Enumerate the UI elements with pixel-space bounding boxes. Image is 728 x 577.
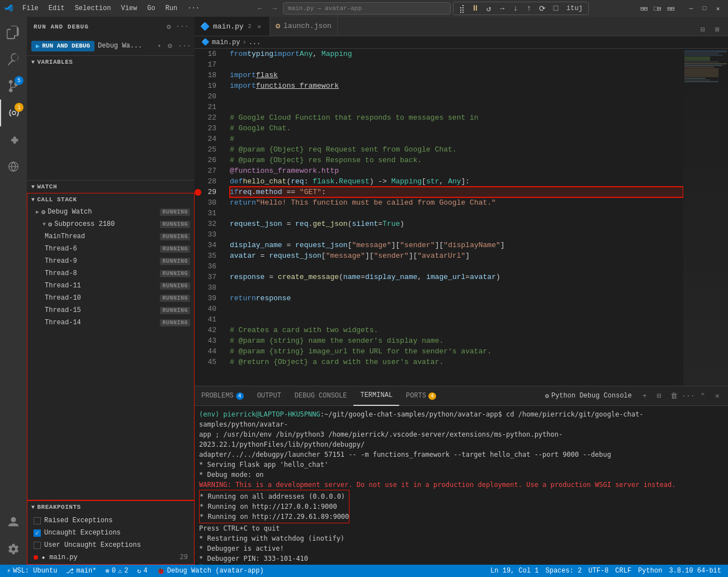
- status-eol[interactable]: CRLF: [613, 565, 634, 577]
- debug-reload-btn[interactable]: ⟳: [536, 2, 549, 15]
- debug-settings-btn[interactable]: ⚙: [164, 40, 176, 51]
- panel-trash-btn[interactable]: 🗑: [668, 390, 680, 402]
- minimize-btn[interactable]: —: [686, 3, 697, 14]
- debug-config-name[interactable]: Debug Wa...: [98, 42, 157, 50]
- status-python-version[interactable]: 3.8.10 64-bit: [666, 565, 724, 577]
- debug-pause-btn[interactable]: ⏸: [469, 2, 481, 15]
- thread-14[interactable]: Thread-14 RUNNING: [27, 316, 195, 329]
- debug-stop-btn[interactable]: □: [550, 2, 562, 15]
- line-35: 35: [195, 250, 221, 261]
- debug-step-out-btn[interactable]: ↑: [523, 2, 535, 15]
- layout-btn[interactable]: ⊟⊟: [639, 3, 650, 14]
- code-editor: 16 17 18 19 20 21 22 23 24 25 26 27 28 2…: [195, 49, 728, 386]
- panel-maximize-btn[interactable]: ⌃: [697, 390, 709, 402]
- editor-layout-btn[interactable]: ⊞: [711, 23, 724, 36]
- terminal-line-warning: WARNING: This is a development server. D…: [199, 480, 724, 490]
- breakpoints-header[interactable]: ▼ BREAKPOINTS: [27, 501, 195, 513]
- tab-main-py[interactable]: 🔷 main.py 2 ✕: [195, 17, 270, 36]
- thread-8[interactable]: Thread-8 RUNNING: [27, 267, 195, 280]
- bp-main-py[interactable]: ⬥ main.py 29: [27, 551, 195, 564]
- sidebar-gear-btn[interactable]: ⚙: [163, 21, 174, 32]
- bp-uncaught-exceptions-checkbox[interactable]: ✓: [34, 529, 41, 537]
- menu-selection[interactable]: Selection: [70, 3, 116, 13]
- close-btn[interactable]: ✕: [712, 3, 724, 14]
- menu-view[interactable]: View: [116, 3, 141, 13]
- thread-9[interactable]: Thread-9 RUNNING: [27, 255, 195, 267]
- variables-header[interactable]: ▼ VARIABLES: [27, 56, 195, 68]
- menu-run[interactable]: Run: [161, 3, 182, 13]
- activity-extensions[interactable]: [0, 126, 27, 153]
- bp-uncaught-exceptions[interactable]: ✓ Uncaught Exceptions: [27, 527, 195, 539]
- bp-user-uncaught-exceptions[interactable]: User Uncaught Exceptions: [27, 539, 195, 551]
- status-wsl[interactable]: ⚡ WSL: Ubuntu: [4, 565, 59, 577]
- back-button[interactable]: ←: [254, 2, 266, 15]
- tab-launch-json[interactable]: ⚙ launch.json: [270, 17, 338, 36]
- panel-more-btn[interactable]: ···: [682, 390, 694, 402]
- activity-debug[interactable]: 1: [0, 100, 27, 126]
- tab-main-py-close[interactable]: ✕: [255, 22, 264, 31]
- thread-10[interactable]: Thread-10 RUNNING: [27, 292, 195, 304]
- menu-more[interactable]: ···: [183, 3, 204, 13]
- activity-account[interactable]: [0, 509, 27, 536]
- tab-problems[interactable]: PROBLEMS 4: [195, 386, 250, 406]
- layout2-btn[interactable]: □⊟: [652, 3, 663, 14]
- bp-user-uncaught-checkbox[interactable]: [34, 542, 41, 549]
- debug-step-over-btn[interactable]: →: [496, 2, 508, 15]
- debug-console-label: DEBUG CONSOLE: [295, 392, 347, 400]
- breadcrumb-path[interactable]: ...: [249, 39, 261, 46]
- debug-run-button[interactable]: ▶ RUN AND DEBUG: [31, 41, 94, 51]
- debug-watch-group[interactable]: ▶ ⚙ Debug Watch RUNNING: [27, 206, 195, 218]
- code-line-40: [230, 304, 683, 314]
- layout3-btn[interactable]: ⊟⊟: [665, 3, 677, 14]
- panel-split-btn[interactable]: ⊟: [653, 390, 665, 402]
- activity-source-control[interactable]: 5: [0, 73, 27, 100]
- debug-continue-btn[interactable]: ⣾: [456, 2, 468, 15]
- activity-remote[interactable]: [0, 153, 27, 180]
- debug-restart-btn[interactable]: ↺: [483, 2, 495, 15]
- activity-settings[interactable]: [0, 536, 27, 562]
- bp-raised-exceptions[interactable]: Raised Exceptions: [27, 514, 195, 527]
- bp-raised-exceptions-checkbox[interactable]: [34, 517, 41, 524]
- call-stack-chevron-icon: ▼: [31, 197, 35, 203]
- activity-search[interactable]: [0, 46, 27, 73]
- tab-ports[interactable]: PORTS 4: [399, 386, 443, 406]
- panel-add-btn[interactable]: +: [639, 390, 651, 402]
- terminal-content[interactable]: (env) pierrick@LAPTOP-HKU5PNNG:~/git/goo…: [195, 406, 728, 565]
- status-sync[interactable]: ↻ 4: [135, 565, 149, 577]
- maximize-btn[interactable]: □: [699, 3, 710, 14]
- subprocess-group[interactable]: ▼ ⚙ Subprocess 2180 RUNNING: [27, 218, 195, 230]
- status-debug-label: Debug Watch (avatar-app): [167, 567, 264, 575]
- split-editor-btn[interactable]: ⊟: [697, 23, 709, 36]
- menu-go[interactable]: Go: [143, 3, 159, 13]
- thread-mainthread[interactable]: MainThread RUNNING: [27, 230, 195, 243]
- status-errors[interactable]: ⊗ 0 ⚠ 2: [103, 565, 130, 577]
- thread-11[interactable]: Thread-11 RUNNING: [27, 280, 195, 292]
- activity-explorer[interactable]: [0, 19, 27, 46]
- watch-header[interactable]: ▼ WATCH: [27, 181, 195, 193]
- call-stack-header[interactable]: ▼ CALL STACK: [27, 193, 195, 206]
- line-27: 27: [195, 165, 221, 176]
- command-palette[interactable]: main.py — avatar-app: [283, 2, 451, 15]
- menu-file[interactable]: File: [18, 3, 43, 13]
- debug-step-into-btn[interactable]: ↓: [509, 2, 522, 15]
- status-debug-watch[interactable]: 🐞 Debug Watch (avatar-app): [154, 565, 266, 577]
- thread-6[interactable]: Thread-6 RUNNING: [27, 243, 195, 255]
- status-cursor[interactable]: Ln 19, Col 1: [488, 565, 541, 577]
- status-encoding[interactable]: UTF-8: [586, 565, 611, 577]
- status-language[interactable]: Python: [636, 565, 664, 577]
- terminal-line-ctrl: Press CTRL+C to quit: [199, 523, 724, 533]
- tab-terminal[interactable]: TERMINAL: [353, 386, 399, 406]
- panel-close-btn[interactable]: ✕: [711, 390, 724, 402]
- code-line-36: [230, 261, 683, 272]
- thread-15[interactable]: Thread-15 RUNNING: [27, 304, 195, 316]
- title-bar: File Edit Selection View Go Run ··· ← → …: [0, 0, 728, 17]
- menu-edit[interactable]: Edit: [44, 3, 69, 13]
- debug-more-btn[interactable]: ···: [179, 40, 190, 51]
- tab-debug-console[interactable]: DEBUG CONSOLE: [288, 386, 354, 406]
- breadcrumb-file[interactable]: main.py: [212, 39, 240, 46]
- status-branch[interactable]: ⎇ main*: [64, 565, 98, 577]
- forward-button[interactable]: →: [268, 2, 281, 15]
- tab-output[interactable]: OUTPUT: [250, 386, 288, 406]
- sidebar-ellipsis-btn[interactable]: ···: [177, 21, 188, 32]
- status-spaces[interactable]: Spaces: 2: [543, 565, 584, 577]
